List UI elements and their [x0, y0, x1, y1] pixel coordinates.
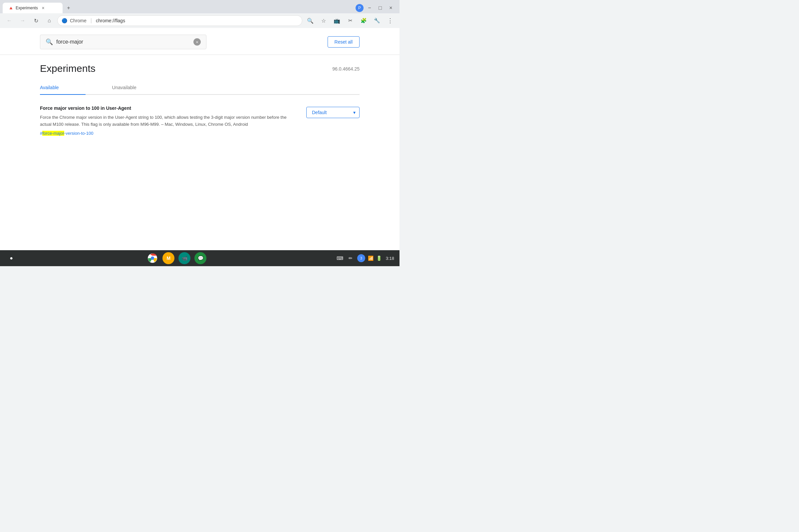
search-icon[interactable]: 🔍 [305, 15, 316, 26]
tab-favicon: 🔺 [8, 5, 14, 11]
google-meet-taskbar-icon[interactable]: M [163, 252, 174, 264]
link-suffix: -version-to-100 [64, 131, 93, 136]
page-content: 🔍 × Reset all Experiments 96.0.4664.25 A… [0, 28, 400, 250]
address-bar[interactable]: 🔵 Chrome | chrome://flags [57, 15, 302, 26]
search-box: 🔍 × [40, 35, 206, 49]
taskbar: ● M 📹 💬 [0, 250, 400, 266]
close-button[interactable]: × [386, 3, 395, 13]
battery-icon[interactable]: 🔋 [376, 255, 382, 261]
taskbar-right: ⌨ ✏ 3 📶 🔋 3:18 [336, 254, 394, 262]
chrome-logo-svg [148, 253, 157, 263]
stylus-icon[interactable]: ✏ [347, 254, 355, 262]
chrome-taskbar-icon[interactable] [147, 252, 159, 264]
search-input[interactable] [56, 39, 190, 45]
taskbar-left: ● [5, 252, 17, 264]
svg-point-2 [151, 256, 154, 260]
wifi-icon[interactable]: 📶 [368, 255, 373, 261]
puzzle-icon[interactable]: 🧩 [358, 15, 369, 26]
search-clear-button[interactable]: × [193, 38, 201, 45]
extension-icon[interactable]: 🔧 [372, 15, 382, 26]
home-button[interactable]: ⌂ [44, 15, 55, 26]
browser-tab[interactable]: 🔺 Experiments × [3, 3, 62, 13]
link-highlight: force-major [42, 131, 64, 136]
video-taskbar-icon[interactable]: 📹 [179, 252, 190, 264]
tab-unavailable[interactable]: Unavailable [86, 81, 163, 94]
flag-select[interactable]: Default Enabled Disabled [306, 107, 359, 118]
back-button[interactable]: ← [4, 15, 15, 26]
taskbar-center: M 📹 💬 [17, 252, 336, 264]
flag-select-wrapper: Default Enabled Disabled ▾ [306, 107, 359, 118]
address-separator: | [91, 18, 92, 24]
tabs-bar: Available Unavailable [40, 81, 359, 95]
address-text: chrome://flags [96, 18, 125, 23]
maximize-button[interactable]: □ [375, 3, 385, 13]
taskbar-time: 3:18 [386, 256, 394, 261]
page-title: Experiments [40, 63, 95, 74]
flag-anchor[interactable]: #force-major-version-to-100 [40, 131, 93, 136]
site-security-icon: 🔵 [61, 18, 67, 23]
notification-badge[interactable]: 3 [357, 254, 365, 262]
reset-all-button[interactable]: Reset all [328, 36, 359, 48]
menu-button[interactable]: ⋮ [385, 15, 395, 26]
flag-description: Force the Chrome major version in the Us… [40, 114, 293, 128]
keyboard-icon[interactable]: ⌨ [336, 254, 344, 262]
flag-item: Force major version to 100 in User-Agent… [40, 103, 359, 139]
chat-taskbar-icon[interactable]: 💬 [194, 252, 206, 264]
site-name: Chrome [70, 18, 87, 23]
flag-content: Force major version to 100 in User-Agent… [40, 106, 293, 136]
scissors-icon[interactable]: ✂ [345, 15, 356, 26]
new-tab-button[interactable]: + [64, 3, 73, 13]
tab-close-button[interactable]: × [41, 5, 46, 11]
flag-link-container: #force-major-version-to-100 [40, 130, 293, 136]
flag-name: Force major version to 100 in User-Agent [40, 106, 293, 111]
forward-button[interactable]: → [17, 15, 28, 26]
profile-icon[interactable]: P [356, 4, 364, 12]
version-number: 96.0.4664.25 [332, 66, 359, 72]
reload-button[interactable]: ↻ [31, 15, 41, 26]
tab-title: Experiments [16, 6, 38, 10]
search-icon: 🔍 [45, 38, 53, 45]
tab-available[interactable]: Available [40, 81, 86, 95]
taskbar-system-icon[interactable]: ● [5, 252, 17, 264]
minimize-button[interactable]: − [365, 3, 374, 13]
cast-icon[interactable]: 📺 [332, 15, 342, 26]
bookmark-icon[interactable]: ☆ [318, 15, 329, 26]
